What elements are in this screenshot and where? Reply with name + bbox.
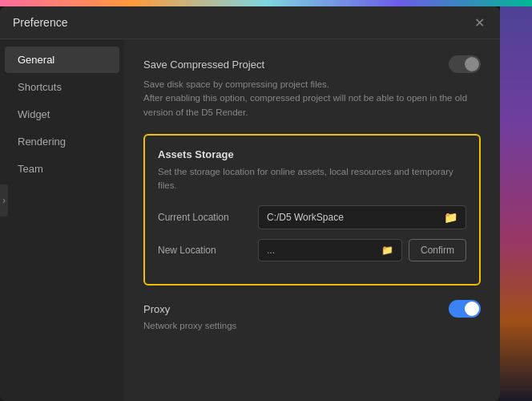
preference-modal: Preference ✕ General Shortcuts Widget Re… [0,6,500,401]
current-location-folder-icon: 📁 [444,211,457,224]
current-location-value: C:/D5 WorkSpace 📁 [258,205,466,229]
top-color-bar [0,0,532,6]
collapse-handle[interactable] [0,184,8,217]
new-location-row: New Location ... 📁 Confirm [158,239,466,261]
assets-storage-desc: Set the storage location for online asse… [158,165,466,193]
save-compressed-label: Save Compressed Project [143,59,264,71]
confirm-button[interactable]: Confirm [409,239,466,261]
proxy-label: Proxy [143,303,170,315]
save-compressed-toggle[interactable] [449,55,481,73]
content-area: Save Compressed Project Save disk space … [124,39,500,401]
sidebar-item-widget[interactable]: Widget [5,101,119,128]
proxy-toggle[interactable] [449,300,481,318]
new-location-input[interactable]: ... 📁 [258,239,402,261]
proxy-desc: Network proxy settings [143,321,481,330]
new-location-input-row: ... 📁 Confirm [258,239,466,261]
modal-title: Preference [13,16,67,29]
assets-storage-title: Assets Storage [158,148,466,160]
modal-header: Preference ✕ [0,6,500,39]
close-button[interactable]: ✕ [471,14,487,30]
sidebar-item-team[interactable]: Team [5,156,119,182]
sidebar-item-shortcuts[interactable]: Shortcuts [5,74,119,100]
sidebar: General Shortcuts Widget Rendering Team [0,39,124,401]
sidebar-item-general[interactable]: General [5,47,119,73]
new-location-label: New Location [158,245,250,256]
modal-body: General Shortcuts Widget Rendering Team … [0,39,500,401]
current-location-row: Current Location C:/D5 WorkSpace 📁 [158,205,466,229]
new-location-folder-icon: 📁 [381,245,393,256]
right-decoration [500,0,532,401]
assets-storage-box: Assets Storage Set the storage location … [143,134,481,286]
save-compressed-row: Save Compressed Project [143,55,481,73]
proxy-row: Proxy [143,300,481,318]
sidebar-item-rendering[interactable]: Rendering [5,128,119,155]
save-compressed-desc: Save disk space by compressing project f… [143,78,481,119]
current-location-label: Current Location [158,212,250,223]
